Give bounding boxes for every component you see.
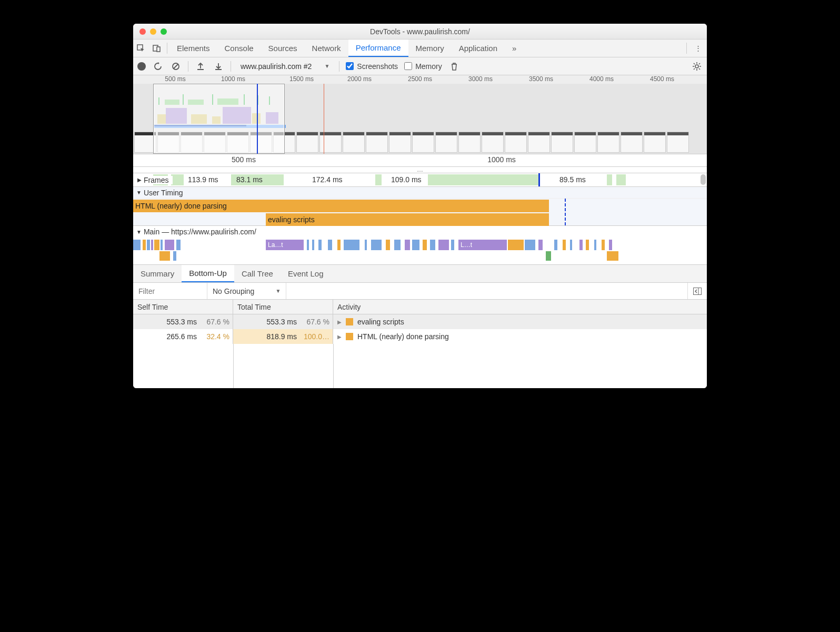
dropdown-caret-icon: ▼: [324, 63, 329, 69]
window-controls: [133, 28, 167, 35]
filter-row: No Grouping ▼: [133, 283, 707, 300]
expand-icon[interactable]: ▶: [137, 177, 142, 183]
expand-row-icon[interactable]: ▶: [337, 319, 342, 325]
collapse-icon[interactable]: ▼: [136, 190, 142, 195]
activity-name: evaling scripts: [357, 318, 404, 326]
user-timing-header[interactable]: ▼ User Timing: [133, 187, 707, 199]
user-timing-track[interactable]: HTML (nearly) done parsing evaling scrip…: [133, 199, 707, 226]
overview-marker-red: [324, 84, 324, 154]
reload-icon[interactable]: [152, 61, 164, 72]
tab-call-tree[interactable]: Call Tree: [234, 265, 281, 282]
memory-checkbox-input[interactable]: [404, 62, 412, 70]
ov-tick: 2000 ms: [347, 75, 372, 83]
overview-body[interactable]: [133, 84, 707, 154]
user-timing-label: User Timing: [144, 189, 183, 197]
main-thread-track[interactable]: La…t L…t: [133, 238, 707, 265]
collapse-icon[interactable]: ▼: [136, 229, 142, 235]
ov-tick: 4000 ms: [589, 75, 614, 83]
tab-elements[interactable]: Elements: [169, 39, 217, 57]
memory-checkbox[interactable]: Memory: [404, 62, 442, 71]
svg-line-15: [699, 63, 700, 64]
filter-input[interactable]: [138, 287, 202, 295]
clear-icon[interactable]: [170, 61, 182, 72]
toggle-sidebar-icon[interactable]: [687, 283, 707, 299]
svg-line-13: [699, 68, 700, 70]
collapsed-tracks-indicator[interactable]: …: [133, 167, 707, 173]
ov-tick: 500 ms: [165, 75, 185, 83]
screenshots-checkbox-input[interactable]: [346, 62, 354, 70]
tab-summary[interactable]: Summary: [133, 265, 182, 282]
titlebar: DevTools - www.paulirish.com/: [133, 24, 707, 39]
record-button[interactable]: [137, 62, 146, 71]
grouping-select[interactable]: No Grouping ▼: [207, 283, 286, 299]
svg-line-14: [694, 68, 695, 70]
ov-tick: 3500 ms: [529, 75, 553, 83]
tabs-overflow-icon[interactable]: »: [505, 39, 524, 57]
panel-tabs: Elements Console Sources Network Perform…: [133, 39, 707, 57]
svg-rect-16: [694, 288, 702, 294]
overview-marker-blue: [257, 84, 258, 154]
tab-network[interactable]: Network: [305, 39, 348, 57]
ov-tick: 1000 ms: [221, 75, 245, 83]
ov-tick: 4500 ms: [650, 75, 674, 83]
ov-tick: 1500 ms: [289, 75, 314, 83]
color-swatch: [346, 333, 353, 340]
bottom-up-table: 553.3 ms67.6 % 553.3 ms67.6 % ▶ evaling …: [133, 314, 707, 388]
activity-name: HTML (nearly) done parsing: [357, 332, 449, 341]
devtools-window: DevTools - www.paulirish.com/ Elements C…: [133, 24, 707, 388]
timeline-overview[interactable]: 500 ms 1000 ms 1500 ms 2000 ms 2500 ms 3…: [133, 75, 707, 154]
tab-performance[interactable]: Performance: [348, 39, 408, 57]
performance-toolbar: www.paulirish.com #2 ▼ Screenshots Memor…: [133, 57, 707, 75]
close-icon[interactable]: [139, 28, 146, 35]
memory-label: Memory: [415, 62, 442, 71]
tab-sources[interactable]: Sources: [261, 39, 305, 57]
dropdown-caret-icon: ▼: [275, 288, 281, 294]
timing-marker-dashed: [565, 199, 566, 225]
expand-row-icon[interactable]: ▶: [337, 334, 342, 340]
grouping-label: No Grouping: [213, 287, 254, 295]
bottom-up-table-header: Self Time Total Time Activity: [133, 300, 707, 314]
zoom-icon[interactable]: [161, 28, 167, 35]
frames-label: Frames: [144, 176, 168, 184]
recording-select[interactable]: www.paulirish.com #2 ▼: [237, 62, 333, 71]
svg-line-12: [694, 63, 695, 64]
minimize-icon[interactable]: [150, 28, 156, 35]
main-thread-label: Main — https://www.paulirish.com/: [144, 228, 256, 236]
garbage-collect-icon[interactable]: [448, 61, 460, 72]
ov-tick: 2500 ms: [408, 75, 432, 83]
inspect-icon[interactable]: [133, 39, 149, 57]
settings-gear-icon[interactable]: [691, 61, 703, 72]
device-toggle-icon[interactable]: [149, 39, 165, 57]
table-row[interactable]: 265.6 ms32.4 % 818.9 ms100.0… ▶ HTML (ne…: [133, 329, 707, 344]
window-title: DevTools - www.paulirish.com/: [133, 27, 707, 36]
overview-selection-window[interactable]: [153, 84, 285, 154]
col-header-total-time[interactable]: Total Time: [233, 300, 333, 314]
load-profile-icon[interactable]: [195, 61, 206, 72]
kebab-menu-icon[interactable]: ⋮: [689, 39, 707, 57]
tab-event-log[interactable]: Event Log: [281, 265, 331, 282]
tab-memory[interactable]: Memory: [408, 39, 452, 57]
col-header-self-time[interactable]: Self Time: [133, 300, 233, 314]
svg-point-7: [695, 65, 698, 68]
screenshots-label: Screenshots: [357, 62, 398, 71]
recording-select-label: www.paulirish.com #2: [241, 62, 312, 71]
overview-ruler: 500 ms 1000 ms 1500 ms 2000 ms 2500 ms 3…: [133, 75, 707, 84]
svg-line-4: [174, 64, 178, 68]
tab-application[interactable]: Application: [452, 39, 505, 57]
ruler-tick: 500 ms: [232, 155, 256, 164]
timing-bar-html-parsing[interactable]: HTML (nearly) done parsing: [133, 200, 549, 212]
screenshots-checkbox[interactable]: Screenshots: [346, 62, 398, 71]
svg-rect-2: [157, 47, 160, 52]
flamegraph-ruler[interactable]: 500 ms 1000 ms: [133, 154, 707, 167]
timing-bar-evaling-scripts[interactable]: evaling scripts: [266, 213, 549, 226]
tab-console[interactable]: Console: [217, 39, 261, 57]
frames-track[interactable]: 113.9 ms 83.1 ms 172.4 ms 109.0 ms 89.5 …: [133, 173, 707, 187]
color-swatch: [346, 318, 353, 325]
main-thread-header[interactable]: ▼ Main — https://www.paulirish.com/: [133, 226, 707, 238]
save-profile-icon[interactable]: [213, 61, 224, 72]
table-row[interactable]: 553.3 ms67.6 % 553.3 ms67.6 % ▶ evaling …: [133, 314, 707, 329]
ov-tick: 3000 ms: [468, 75, 493, 83]
col-header-activity[interactable]: Activity: [333, 300, 707, 314]
ruler-tick: 1000 ms: [487, 155, 516, 164]
tab-bottom-up[interactable]: Bottom-Up: [182, 265, 234, 282]
